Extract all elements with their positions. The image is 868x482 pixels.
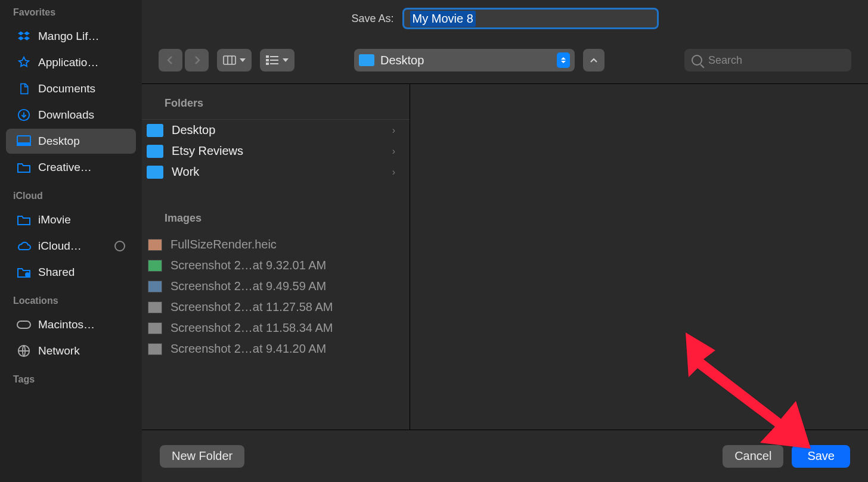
sidebar-item-downloads[interactable]: Downloads (6, 102, 136, 128)
image-thumb-icon (148, 281, 162, 293)
svg-rect-2 (17, 143, 30, 145)
folder-name: Etsy Reviews (172, 144, 384, 158)
search-input[interactable]: Search (684, 49, 851, 71)
group-by-button[interactable] (260, 49, 294, 71)
sidebar-item-documents[interactable]: Documents (6, 76, 136, 101)
sidebar-item-label: Mango Lif… (38, 30, 125, 43)
nav-buttons (159, 49, 209, 71)
image-name: Screenshot 2…at 9.41.20 AM (170, 342, 395, 356)
folder-row[interactable]: Desktop› (142, 120, 410, 141)
folder-icon (17, 161, 31, 174)
image-name: Screenshot 2…at 9.32.01 AM (170, 259, 395, 272)
folders-heading: Folders (142, 84, 410, 120)
desktop-icon (17, 135, 31, 148)
image-thumb-icon (148, 343, 162, 355)
document-icon (17, 82, 31, 95)
image-thumb-icon (148, 239, 162, 251)
browser-column-2 (410, 84, 868, 430)
folder-icon (147, 124, 163, 137)
sidebar-item-label: Network (38, 344, 125, 357)
search-placeholder: Search (708, 54, 742, 67)
sidebar-item-label: Downloads (38, 108, 125, 122)
main-panel: Save As: My Movie 8 Desktop Search (142, 0, 868, 482)
sidebar-section-favorites: Favorites (0, 5, 142, 23)
image-row[interactable]: Screenshot 2…at 11.58.34 AM (142, 318, 410, 338)
forward-button[interactable] (185, 49, 209, 71)
svg-rect-10 (270, 56, 278, 57)
sidebar-item-imovie[interactable]: iMovie (6, 207, 136, 232)
browser-column-1[interactable]: Folders Desktop› Etsy Reviews› Work› Ima… (142, 84, 410, 430)
svg-rect-12 (270, 60, 278, 61)
sidebar-item-desktop[interactable]: Desktop (6, 129, 136, 154)
sidebar-item-label: Documents (38, 82, 125, 95)
sidebar-item-applications[interactable]: Applicatio… (6, 50, 136, 75)
image-row[interactable]: Screenshot 2…at 9.49.59 AM (142, 276, 410, 297)
sidebar-section-icloud: iCloud (0, 188, 142, 206)
save-as-input[interactable]: My Movie 8 (402, 8, 659, 29)
sidebar-item-shared[interactable]: Shared (6, 260, 136, 285)
location-dropdown[interactable]: Desktop (354, 49, 575, 71)
dropbox-icon (17, 30, 31, 43)
svg-rect-9 (266, 55, 269, 58)
network-icon (17, 344, 31, 357)
sidebar-item-label: iMovie (38, 213, 125, 226)
svg-rect-4 (17, 321, 30, 328)
folder-name: Desktop (172, 123, 384, 137)
save-button[interactable]: Save (792, 445, 850, 468)
image-row[interactable]: Screenshot 2…at 11.27.58 AM (142, 297, 410, 318)
back-button[interactable] (159, 49, 182, 71)
sidebar-item-network[interactable]: Network (6, 338, 136, 363)
toolbar: Desktop Search (142, 37, 868, 83)
image-name: Screenshot 2…at 11.58.34 AM (170, 321, 395, 335)
footer: New Folder Cancel Save (142, 430, 868, 482)
svg-point-3 (26, 273, 29, 276)
image-name: FullSizeRender.heic (170, 238, 395, 251)
search-icon (692, 55, 702, 66)
images-heading: Images (142, 182, 410, 234)
save-as-row: Save As: My Movie 8 (142, 0, 868, 37)
sidebar-item-label: iCloud… (38, 240, 107, 253)
svg-rect-14 (270, 63, 278, 64)
sidebar-item-macintosh-hd[interactable]: Macintos… (6, 312, 136, 337)
svg-rect-6 (224, 56, 235, 64)
svg-rect-11 (266, 59, 269, 61)
svg-rect-13 (266, 63, 269, 65)
folder-icon (147, 166, 163, 179)
cancel-button[interactable]: Cancel (723, 445, 783, 468)
sidebar-item-dropbox[interactable]: Mango Lif… (6, 24, 136, 49)
image-thumb-icon (148, 301, 162, 313)
view-columns-button[interactable] (217, 49, 252, 71)
cloud-icon (17, 240, 31, 253)
image-row[interactable]: Screenshot 2…at 9.41.20 AM (142, 338, 410, 359)
image-row[interactable]: FullSizeRender.heic (142, 234, 410, 255)
collapse-button[interactable] (583, 49, 604, 71)
sidebar-item-creative[interactable]: Creative… (6, 155, 136, 180)
new-folder-button[interactable]: New Folder (160, 445, 244, 468)
sidebar-item-icloud-drive[interactable]: iCloud… (6, 234, 136, 259)
file-browser: Folders Desktop› Etsy Reviews› Work› Ima… (142, 83, 868, 430)
sidebar-section-locations: Locations (0, 293, 142, 311)
sidebar: Favorites Mango Lif… Applicatio… Documen… (0, 0, 142, 482)
image-row[interactable]: Screenshot 2…at 9.32.01 AM (142, 255, 410, 276)
chevron-right-icon: › (392, 146, 395, 157)
folder-icon (147, 145, 163, 158)
updown-stepper-icon (557, 52, 570, 68)
sidebar-item-label: Macintos… (38, 318, 125, 331)
folder-name: Work (172, 165, 384, 179)
storage-usage-icon (114, 241, 125, 251)
save-as-label: Save As: (351, 13, 393, 25)
image-thumb-icon (148, 260, 162, 272)
chevron-down-icon (283, 58, 289, 62)
image-thumb-icon (148, 322, 162, 334)
disk-icon (17, 318, 31, 331)
save-as-value: My Movie 8 (410, 11, 476, 27)
downloads-icon (17, 108, 31, 122)
image-name: Screenshot 2…at 9.49.59 AM (170, 279, 395, 293)
folder-icon (17, 213, 31, 226)
sidebar-item-label: Desktop (38, 135, 125, 148)
image-name: Screenshot 2…at 11.27.58 AM (170, 300, 395, 314)
location-label: Desktop (380, 54, 551, 67)
chevron-right-icon: › (392, 125, 395, 136)
folder-row[interactable]: Etsy Reviews› (142, 141, 410, 161)
folder-row[interactable]: Work› (142, 161, 410, 182)
